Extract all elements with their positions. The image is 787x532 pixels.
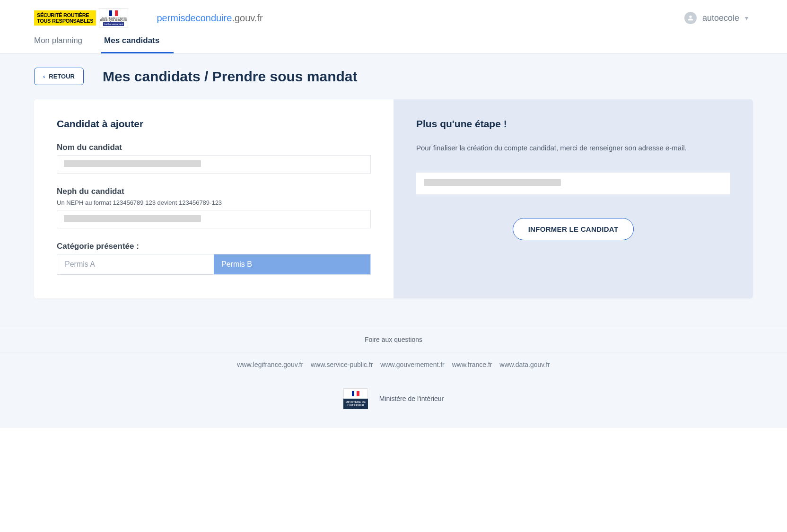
tab-mes-candidats[interactable]: Mes candidats <box>101 36 174 53</box>
user-menu[interactable]: autoecole ▾ <box>684 12 753 24</box>
right-panel-title: Plus qu'une étape ! <box>416 118 730 130</box>
footer-links: www.legifrance.gouv.fr www.service-publi… <box>0 352 787 377</box>
footer-ministry: MINISTÈRE DE L'INTÉRIEUR Ministère de l'… <box>0 377 787 428</box>
back-button-label: RETOUR <box>49 73 75 80</box>
neph-label: Neph du candidat <box>57 187 371 196</box>
chevron-down-icon: ▾ <box>745 14 748 22</box>
securite-routiere-logo: SÉCURITÉ ROUTIÈRE TOUS RESPONSABLES <box>34 10 96 26</box>
category-label: Catégorie présentée : <box>57 242 371 251</box>
footer: Foire aux questions www.legifrance.gouv.… <box>0 327 787 428</box>
panels: Candidat à ajouter Nom du candidat Neph … <box>34 99 753 298</box>
email-input[interactable] <box>416 173 730 194</box>
site-title-suffix: .gouv.fr <box>232 13 262 23</box>
panel-candidat-ajouter: Candidat à ajouter Nom du candidat Neph … <box>34 99 394 298</box>
ministere-logo-text: MINISTÈRE DE L'INTÉRIEUR <box>343 399 368 409</box>
content-area: ‹ RETOUR Mes candidats / Prendre sous ma… <box>0 53 787 327</box>
info-text: Pour finaliser la création du compte can… <box>416 143 730 154</box>
link-legifrance[interactable]: www.legifrance.gouv.fr <box>237 361 303 368</box>
avatar-icon <box>684 12 697 24</box>
candidate-name-input[interactable] <box>57 155 371 174</box>
ministry-label: Ministère de l'intérieur <box>379 395 444 402</box>
page-title: Mes candidats / Prendre sous mandat <box>103 69 358 85</box>
link-data-gouv[interactable]: www.data.gouv.fr <box>499 361 550 368</box>
header: SÉCURITÉ ROUTIÈRE TOUS RESPONSABLES Libe… <box>0 0 787 27</box>
chevron-left-icon: ‹ <box>43 73 45 80</box>
logo-sr-line1: SÉCURITÉ ROUTIÈRE <box>37 12 93 18</box>
left-panel-title: Candidat à ajouter <box>57 118 371 130</box>
panel-plus-etape: Plus qu'une étape ! Pour finaliser la cr… <box>394 99 753 298</box>
link-france[interactable]: www.france.fr <box>452 361 492 368</box>
faq-link[interactable]: Foire aux questions <box>0 327 787 352</box>
logo-sr-line2: TOUS RESPONSABLES <box>37 18 93 24</box>
back-button[interactable]: ‹ RETOUR <box>34 68 84 85</box>
category-segmented-control: Permis A Permis B <box>57 254 371 275</box>
gouvernement-logo: Liberté • Égalité • Fraternité RÉPUBLIQU… <box>99 9 128 27</box>
gov-logos: SÉCURITÉ ROUTIÈRE TOUS RESPONSABLES Libe… <box>34 9 128 27</box>
main-nav: Mon planning Mes candidats <box>0 27 787 53</box>
user-name: autoecole <box>702 13 739 23</box>
option-permis-b[interactable]: Permis B <box>214 254 370 274</box>
informer-candidat-button[interactable]: INFORMER LE CANDIDAT <box>513 218 634 240</box>
neph-help-text: Un NEPH au format 123456789 123 devient … <box>57 199 371 206</box>
option-permis-a[interactable]: Permis A <box>57 254 214 274</box>
tab-mon-planning[interactable]: Mon planning <box>34 36 82 53</box>
logo-gov-republic: RÉPUBLIQUE FRANÇAISE <box>100 19 127 22</box>
logo-gov-label: Le Gouvernement <box>103 22 124 26</box>
link-service-public[interactable]: www.service-public.fr <box>311 361 373 368</box>
link-gouvernement[interactable]: www.gouvernement.fr <box>380 361 444 368</box>
candidate-name-label: Nom du candidat <box>57 143 371 152</box>
neph-input[interactable] <box>57 210 371 228</box>
site-title[interactable]: permisdeconduire.gouv.fr <box>157 13 262 24</box>
site-title-prefix: permisdeconduire <box>157 13 232 23</box>
ministere-logo: MINISTÈRE DE L'INTÉRIEUR <box>343 388 368 409</box>
